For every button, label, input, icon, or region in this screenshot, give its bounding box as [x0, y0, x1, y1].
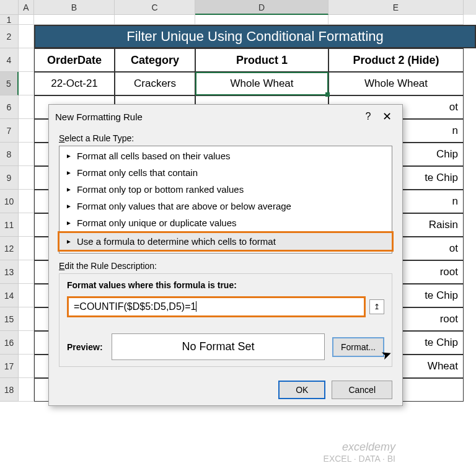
col-header-e[interactable]: E — [328, 0, 464, 15]
cancel-button[interactable]: Cancel — [332, 381, 392, 399]
row-header-6[interactable]: 6 — [0, 95, 19, 119]
help-icon[interactable]: ? — [359, 111, 377, 122]
rule-item-formula[interactable]: ►Use a formula to determine which cells … — [60, 233, 392, 250]
row-header-8[interactable]: 8 — [0, 143, 19, 166]
select-rule-type-label: Select a Rule Type: — [59, 133, 392, 143]
row-header-18[interactable]: 18 — [0, 378, 19, 402]
rule-item-ranked[interactable]: ►Format only top or bottom ranked values — [60, 181, 392, 198]
row-header-9[interactable]: 9 — [0, 166, 19, 190]
rule-item-unique[interactable]: ►Format only unique or duplicate values — [60, 214, 392, 231]
row-header-16[interactable]: 16 — [0, 331, 19, 355]
col-header-d[interactable]: D — [195, 0, 328, 15]
format-button[interactable]: Format... ➤ — [332, 337, 384, 357]
col-header-b[interactable]: B — [34, 0, 115, 15]
bullet-icon: ► — [66, 152, 72, 159]
rule-item-all-cells[interactable]: ►Format all cells based on their values — [60, 148, 392, 164]
cell-a5[interactable] — [19, 72, 34, 95]
title-cell[interactable]: Filter Unique Using Conditional Formatti… — [34, 25, 476, 48]
cell-a2[interactable] — [19, 25, 34, 48]
row-header-12[interactable]: 12 — [0, 237, 19, 260]
row-header-4[interactable]: 4 — [0, 48, 19, 72]
row-header-15[interactable]: 15 — [0, 307, 19, 331]
cell-b1[interactable] — [34, 15, 115, 25]
range-selector-icon[interactable]: ↥ — [369, 299, 384, 314]
row-header-5[interactable]: 5 — [0, 72, 19, 95]
cell-b5[interactable]: 22-Oct-21 — [34, 72, 115, 95]
header-category[interactable]: Category — [115, 48, 195, 72]
column-headers: A B C D E — [0, 0, 476, 15]
cell-d1[interactable] — [195, 15, 328, 25]
bullet-icon: ► — [66, 238, 72, 245]
formula-label: Format values where this formula is true… — [67, 280, 384, 290]
row-header-13[interactable]: 13 — [0, 260, 19, 284]
bullet-icon: ► — [66, 203, 72, 209]
cell-c5[interactable]: Crackers — [115, 72, 195, 95]
ok-button[interactable]: OK — [278, 381, 325, 399]
row-header-11[interactable]: 11 — [0, 213, 19, 237]
col-header-c[interactable]: C — [115, 0, 195, 15]
cell-a1[interactable] — [19, 15, 34, 25]
col-header-a[interactable]: A — [19, 0, 34, 15]
edit-rule-panel: Format values where this formula is true… — [59, 273, 392, 367]
bullet-icon: ► — [66, 169, 72, 176]
header-orderdate[interactable]: OrderDate — [34, 48, 115, 72]
preview-label: Preview: — [67, 342, 104, 352]
watermark: exceldemy EXCEL · DATA · BI — [324, 441, 395, 464]
select-all-corner[interactable] — [0, 0, 19, 15]
bullet-icon: ► — [66, 186, 72, 193]
header-product2[interactable]: Product 2 (Hide) — [328, 48, 464, 72]
bullet-icon: ► — [66, 219, 72, 226]
row-header-10[interactable]: 10 — [0, 190, 19, 213]
rule-type-list[interactable]: ►Format all cells based on their values … — [59, 146, 392, 253]
row-header-14[interactable]: 14 — [0, 284, 19, 307]
preview-box: No Format Set — [112, 333, 325, 360]
cell-c1[interactable] — [115, 15, 195, 25]
cursor-icon: ➤ — [379, 345, 394, 363]
edit-rule-label: Edit the Rule Description: — [59, 261, 392, 271]
header-product1[interactable]: Product 1 — [195, 48, 328, 72]
new-formatting-rule-dialog: New Formatting Rule ? ✕ Select a Rule Ty… — [48, 104, 403, 406]
formula-input[interactable]: =COUNTIF($D$5:D5,D5)=1 — [67, 296, 366, 317]
rule-item-average[interactable]: ►Format only values that are above or be… — [60, 198, 392, 214]
dialog-title: New Formatting Rule — [55, 112, 359, 122]
row-header-7[interactable]: 7 — [0, 119, 19, 143]
row-header-2[interactable]: 2 — [0, 25, 19, 48]
dialog-titlebar[interactable]: New Formatting Rule ? ✕ — [49, 105, 402, 128]
cell-a4[interactable] — [19, 48, 34, 72]
row-header-1[interactable]: 1 — [0, 15, 19, 25]
cell-e5[interactable]: Whole Wheat — [328, 72, 464, 95]
close-icon[interactable]: ✕ — [377, 110, 396, 123]
highlight-selected-rule: ►Use a formula to determine which cells … — [58, 231, 394, 252]
rule-item-contain[interactable]: ►Format only cells that contain — [60, 164, 392, 181]
row-header-17[interactable]: 17 — [0, 355, 19, 378]
cell-d5-selected[interactable]: Whole Wheat — [195, 72, 328, 95]
cell-e1[interactable] — [328, 15, 464, 25]
